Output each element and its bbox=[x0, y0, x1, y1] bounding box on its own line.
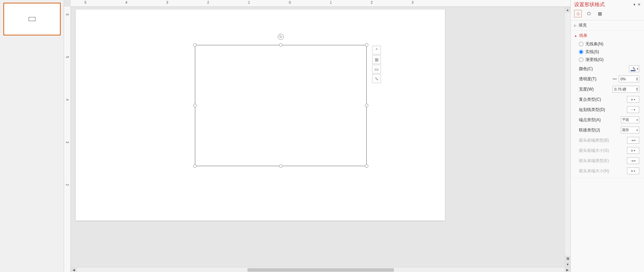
label-arrow-end-size: 箭头末端大小(N) bbox=[579, 168, 609, 174]
rotate-handle-icon[interactable]: ↻ bbox=[278, 34, 284, 40]
expand-icon: ▲ bbox=[574, 34, 577, 37]
selected-shape-rectangle[interactable]: ↻ bbox=[195, 45, 367, 166]
resize-handle-b[interactable] bbox=[279, 164, 282, 168]
cap-dropdown[interactable]: 平面▾ bbox=[621, 116, 639, 123]
label-color: 颜色(C) bbox=[579, 66, 593, 72]
ruler-v-tick: 4 bbox=[65, 99, 69, 101]
arrow-begin-type-dropdown: ⇥▾ bbox=[627, 137, 639, 144]
scroll-fit-icon[interactable]: ⧉ bbox=[565, 256, 570, 261]
resize-handle-tl[interactable] bbox=[193, 43, 197, 47]
layout-align-icon[interactable]: ▭ bbox=[372, 65, 381, 74]
row-dash: 短划线类型(D) ┄▾ bbox=[579, 106, 639, 114]
slide-thumbnail-panel bbox=[0, 0, 64, 272]
arrow-end-size-dropdown: ≡▾ bbox=[627, 167, 639, 174]
resize-handle-br[interactable] bbox=[365, 164, 368, 168]
label-transparency: 透明度(T) bbox=[579, 76, 596, 82]
section-fill-header[interactable]: ▷ 填充 bbox=[571, 20, 644, 30]
section-line-header[interactable]: ▲ 线条 bbox=[571, 31, 644, 41]
transparency-slider[interactable] bbox=[613, 79, 617, 79]
color-picker-button[interactable]: ✎▾ bbox=[629, 65, 639, 72]
ruler-body: 6 5 4 3 2 ↻ bbox=[64, 7, 570, 272]
chevron-down-icon: ▾ bbox=[634, 108, 635, 111]
spinner-arrows-icon[interactable]: ▲▼ bbox=[636, 77, 638, 81]
dash-dropdown[interactable]: ┄▾ bbox=[627, 106, 639, 113]
scroll-h-thumb[interactable] bbox=[247, 268, 394, 272]
ruler-h-tick: 2 bbox=[371, 1, 373, 4]
scroll-down-icon[interactable]: ▼ bbox=[565, 261, 570, 267]
row-join: 联接类型(J) 圆形▾ bbox=[579, 126, 639, 134]
scroll-left-icon[interactable]: ◀ bbox=[71, 268, 77, 272]
ruler-v-tick: 2 bbox=[65, 184, 69, 186]
chevron-down-icon: ▾ bbox=[637, 67, 638, 70]
arrow-end-type-dropdown: ⇥▾ bbox=[627, 157, 639, 164]
section-line-body: 无线条(N) 实线(S) 渐变线(G) 颜色(C) ✎▾ 透明度(T) bbox=[571, 41, 644, 178]
join-dropdown[interactable]: 圆形▾ bbox=[621, 127, 639, 133]
radio-gradient-line[interactable]: 渐变线(G) bbox=[579, 57, 639, 63]
horizontal-scrollbar[interactable]: ◀ ▶ bbox=[71, 267, 570, 272]
chevron-down-icon: ▾ bbox=[634, 98, 635, 101]
pane-title: 设置形状格式 bbox=[574, 1, 605, 8]
tab-size-props-icon[interactable]: ▤ bbox=[596, 10, 603, 17]
row-arrow-begin-size: 箭头前端大小(S) ≡▾ bbox=[579, 146, 639, 155]
chevron-down-icon: ▾ bbox=[634, 139, 635, 142]
width-input[interactable]: 0.75 磅 ▲▼ bbox=[613, 86, 639, 93]
scroll-right-icon[interactable]: ▶ bbox=[565, 268, 570, 272]
transparency-value: 0% bbox=[620, 77, 626, 81]
row-arrow-end-size: 箭头末端大小(N) ≡▾ bbox=[579, 167, 639, 175]
row-arrow-end-type: 箭头末端类型(E) ⇥▾ bbox=[579, 157, 639, 165]
label-arrow-end-type: 箭头末端类型(E) bbox=[579, 158, 609, 164]
ruler-h-tick: 1 bbox=[248, 1, 250, 4]
pane-header: 设置形状格式 ▾ ✕ bbox=[571, 0, 644, 9]
chevron-down-icon: ▾ bbox=[634, 170, 635, 173]
pane-close-icon[interactable]: ✕ bbox=[638, 2, 641, 7]
label-arrow-begin-type: 箭头前端类型(B) bbox=[579, 138, 609, 143]
app-root: 5 4 3 2 1 0 1 2 3 6 5 4 3 2 ↻ bbox=[0, 0, 644, 272]
row-color: 颜色(C) ✎▾ bbox=[579, 65, 639, 73]
slide-viewport[interactable]: ↻ ⌃ ⊞ ▭ ⤡ bbox=[71, 7, 570, 272]
resize-handle-r[interactable] bbox=[365, 104, 368, 107]
label-compound: 复合类型(C) bbox=[579, 97, 601, 102]
chevron-down-icon: ▾ bbox=[634, 159, 635, 162]
section-line-label: 线条 bbox=[579, 33, 587, 38]
radio-no-line[interactable]: 无线条(N) bbox=[579, 41, 639, 47]
resize-handle-t[interactable] bbox=[279, 43, 282, 47]
slide-page[interactable]: ↻ ⌃ ⊞ ▭ ⤡ bbox=[76, 10, 445, 221]
spinner-arrows-icon[interactable]: ▲▼ bbox=[636, 87, 638, 91]
ruler-h-tick: 0 bbox=[289, 1, 291, 4]
section-line: ▲ 线条 无线条(N) 实线(S) 渐变线(G) 颜色(C) ✎▾ 透 bbox=[571, 31, 644, 178]
ruler-horizontal: 5 4 3 2 1 0 1 2 3 bbox=[71, 0, 570, 7]
ruler-v-tick: 6 bbox=[65, 14, 69, 16]
pane-tabs: ◇ ⬠ ▤ bbox=[571, 9, 644, 20]
join-value: 圆形 bbox=[622, 128, 629, 132]
label-arrow-begin-size: 箭头前端大小(S) bbox=[579, 148, 609, 154]
scroll-up-icon[interactable]: ▲ bbox=[565, 7, 570, 13]
cap-value: 平面 bbox=[622, 117, 629, 122]
radio-solid-line[interactable]: 实线(S) bbox=[579, 49, 639, 55]
label-dash: 短划线类型(D) bbox=[579, 107, 605, 113]
vertical-scrollbar[interactable]: ▲ ⧉ ▼ bbox=[565, 7, 570, 267]
ruler-v-tick: 3 bbox=[65, 141, 69, 143]
layout-options-icon[interactable]: ⌃ bbox=[372, 46, 381, 54]
tab-effects-icon[interactable]: ⬠ bbox=[585, 10, 593, 17]
resize-handle-l[interactable] bbox=[193, 104, 197, 107]
section-fill: ▷ 填充 bbox=[571, 20, 644, 31]
width-value: 0.75 磅 bbox=[614, 87, 626, 92]
radio-gradient-line-label: 渐变线(G) bbox=[585, 57, 603, 63]
compound-dropdown[interactable]: ≡▾ bbox=[627, 96, 639, 103]
floating-layout-toolbar: ⌃ ⊞ ▭ ⤡ bbox=[372, 46, 382, 83]
resize-handle-bl[interactable] bbox=[193, 164, 197, 168]
scroll-h-track[interactable] bbox=[77, 268, 565, 272]
layout-center-icon[interactable]: ⊞ bbox=[372, 55, 381, 64]
ruler-h-tick: 3 bbox=[166, 1, 168, 4]
row-width: 宽度(W) 0.75 磅 ▲▼ bbox=[579, 85, 639, 93]
transparency-input[interactable]: 0% ▲▼ bbox=[619, 76, 639, 82]
resize-handle-tr[interactable] bbox=[365, 43, 368, 47]
ruler-h-tick: 3 bbox=[412, 1, 414, 4]
row-transparency: 透明度(T) 0% ▲▼ bbox=[579, 75, 639, 83]
tab-fill-line-icon[interactable]: ◇ bbox=[574, 10, 582, 17]
pane-dropdown-icon[interactable]: ▾ bbox=[633, 2, 635, 7]
slide-thumbnail-1[interactable] bbox=[3, 3, 61, 35]
layout-expand-icon[interactable]: ⤡ bbox=[372, 74, 381, 83]
ruler-h-tick: 2 bbox=[207, 1, 209, 4]
collapse-icon: ▷ bbox=[574, 24, 577, 27]
